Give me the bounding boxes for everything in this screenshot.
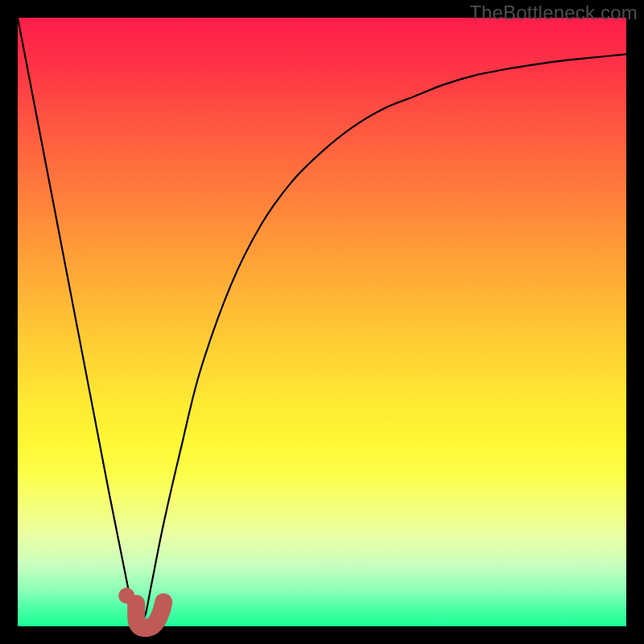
chart-plot-area: [18, 18, 626, 626]
optimal-hook-dot: [118, 588, 134, 604]
bottleneck-curve: [18, 18, 626, 626]
chart-svg: [18, 18, 626, 626]
watermark-text: TheBottleneck.com: [469, 2, 638, 24]
optimal-hook-stroke: [136, 602, 163, 628]
